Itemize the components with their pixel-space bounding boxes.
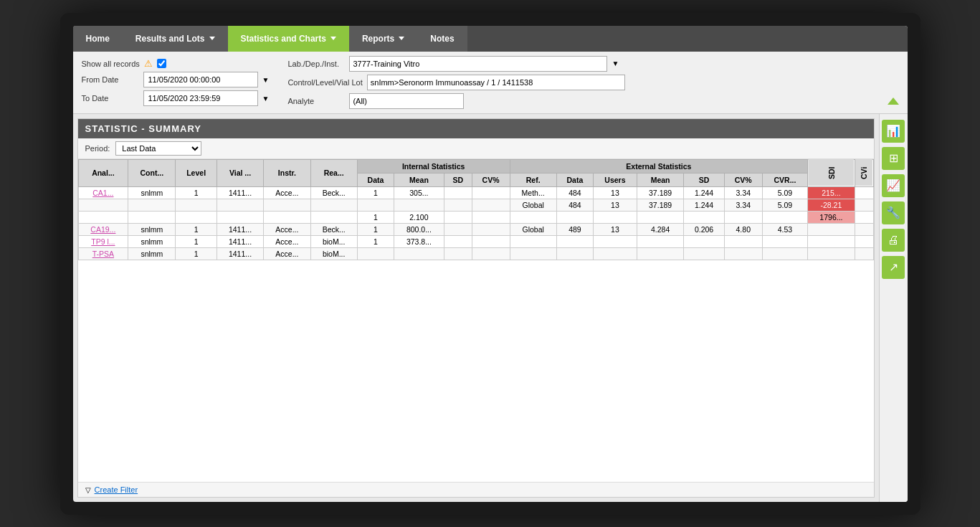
- col-instr: Instr.: [264, 159, 310, 186]
- analyte-input[interactable]: [349, 93, 464, 109]
- cell-cvr: [762, 247, 808, 260]
- cell-rea: [310, 199, 357, 211]
- analyte-link[interactable]: TP9 l...: [91, 237, 115, 246]
- analyte-link[interactable]: T-PSA: [92, 250, 114, 258]
- top-navigation: Home Results and Lots Statistics and Cha…: [73, 26, 908, 52]
- analyte-link[interactable]: CA19...: [90, 225, 115, 234]
- cell-vial: 1411...: [217, 186, 263, 199]
- ext-col-users: Users: [594, 173, 637, 186]
- control-label: Control/Level/Vial Lot: [287, 78, 362, 87]
- nav-notes[interactable]: Notes: [417, 26, 467, 52]
- export-button[interactable]: ↗: [882, 256, 905, 279]
- cell-users: [594, 247, 637, 260]
- chart-line-button[interactable]: 📈: [882, 174, 905, 197]
- cell-ref: Meth...: [510, 186, 556, 199]
- control-input[interactable]: [367, 75, 625, 90]
- cell-mean: 305...: [394, 186, 444, 199]
- int-col-sd: SD: [444, 173, 472, 186]
- reports-label: Reports: [362, 34, 394, 44]
- cell-control: snlmm: [128, 235, 176, 247]
- cell-analyte: [78, 199, 128, 211]
- cell-cv: [472, 186, 510, 199]
- lab-input[interactable]: [349, 56, 607, 72]
- cell-mean: 373.8...: [394, 235, 444, 247]
- cell-cvr: [762, 235, 808, 247]
- cell-ext-mean: 4.284: [637, 223, 683, 235]
- table-area: STATISTIC - SUMMARY Period: Last Data An…: [77, 118, 875, 498]
- tools-button[interactable]: 🔧: [882, 201, 905, 224]
- cell-data: 1: [357, 235, 394, 247]
- nav-reports[interactable]: Reports: [349, 26, 417, 52]
- ext-col-cvr: CVR...: [762, 173, 808, 186]
- cell-users: [594, 235, 637, 247]
- filter-small-icon: ▽: [85, 486, 91, 494]
- cell-ext-cv: [724, 235, 762, 247]
- data-table-container[interactable]: Anal... Cont... Level Vial ... Instr. Re…: [78, 159, 874, 482]
- print-button[interactable]: 🖨: [882, 229, 905, 252]
- cell-mean: [394, 199, 444, 211]
- cell-mean: [394, 247, 444, 260]
- show-all-records-checkbox[interactable]: [157, 59, 166, 68]
- cell-data: 1: [357, 211, 394, 223]
- table-row: 12.1001796...: [78, 211, 873, 223]
- cell-ext-sd: [684, 235, 725, 247]
- filter-left-panel: Show all records ⚠ From Date ▼ To Date ▼: [82, 58, 270, 106]
- cell-rea: Beck...: [310, 186, 357, 199]
- analyte-link[interactable]: CA1...: [92, 189, 113, 197]
- cell-cvi: [855, 223, 873, 235]
- from-date-dropdown-icon[interactable]: ▼: [262, 76, 270, 84]
- stats-charts-arrow-icon: [330, 37, 336, 40]
- nav-home[interactable]: Home: [73, 26, 123, 52]
- cell-ext-data: [556, 247, 593, 260]
- cell-sdi: [808, 235, 855, 247]
- table-row: T-PSAsnlmm11411...Acce...bioM...: [78, 247, 873, 260]
- cell-control: snlmm: [128, 186, 176, 199]
- create-filter-link[interactable]: Create Filter: [95, 485, 138, 494]
- section-header: STATISTIC - SUMMARY: [78, 119, 874, 138]
- to-date-input[interactable]: [143, 90, 258, 106]
- period-select[interactable]: Last Data: [115, 141, 201, 156]
- cell-rea: bioM...: [310, 235, 357, 247]
- external-stats-header: External Statistics: [510, 159, 808, 173]
- chart-bar-button[interactable]: 📊: [882, 120, 905, 143]
- cell-users: 13: [594, 199, 637, 211]
- cell-vial: 1411...: [217, 223, 263, 235]
- cell-rea: [310, 211, 357, 223]
- cell-cvi: [855, 199, 873, 211]
- lab-label: Lab./Dep./Inst.: [287, 60, 345, 68]
- internal-stats-header: Internal Statistics: [357, 159, 510, 173]
- cell-ref: [510, 235, 556, 247]
- from-date-row: From Date ▼: [82, 72, 270, 87]
- cell-cvi: [855, 186, 873, 199]
- cell-vial: [217, 211, 263, 223]
- cell-ext-mean: 37.189: [637, 199, 683, 211]
- cell-mean: 800.0...: [394, 223, 444, 235]
- to-date-label: To Date: [82, 94, 139, 103]
- lab-dropdown-icon[interactable]: ▼: [612, 60, 619, 67]
- collapse-filter-arrow[interactable]: [888, 98, 899, 105]
- cell-cvi: [855, 211, 873, 223]
- cell-control: [128, 199, 176, 211]
- table-row: Global4841337.1891.2443.345.09-28.21: [78, 199, 873, 211]
- cell-sdi: -28.21: [808, 199, 855, 211]
- analyte-label: Analyte: [287, 97, 345, 105]
- grid-button[interactable]: ⊞: [882, 147, 905, 170]
- cell-mean: 2.100: [394, 211, 444, 223]
- cell-data: 1: [357, 186, 394, 199]
- results-lots-label: Results and Lots: [135, 34, 205, 44]
- warning-icon: ⚠: [144, 58, 153, 69]
- table-row: CA19...snlmm11411...Acce...Beck...1800.0…: [78, 223, 873, 235]
- cell-data: [357, 247, 394, 260]
- cell-instr: Acce...: [264, 223, 310, 235]
- ext-col-cv: CV%: [724, 173, 762, 186]
- nav-results-lots[interactable]: Results and Lots: [123, 26, 228, 52]
- from-date-input[interactable]: [143, 72, 258, 87]
- period-bar: Period: Last Data: [78, 138, 874, 159]
- nav-stats-charts[interactable]: Statistics and Charts: [228, 26, 349, 52]
- cell-instr: [264, 211, 310, 223]
- home-label: Home: [86, 34, 110, 44]
- to-date-dropdown-icon[interactable]: ▼: [262, 95, 270, 103]
- cell-control: snlmm: [128, 223, 176, 235]
- col-analyte: Anal...: [78, 159, 128, 186]
- cell-data: [357, 199, 394, 211]
